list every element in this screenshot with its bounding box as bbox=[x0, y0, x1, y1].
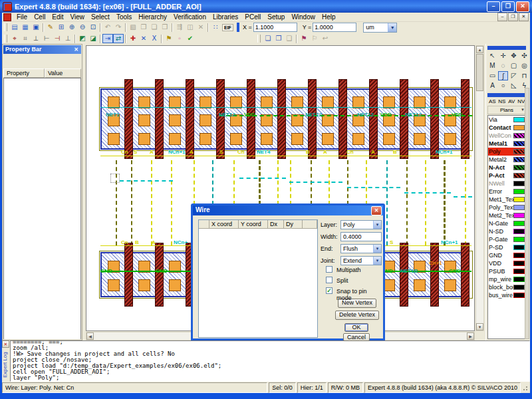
chevron-down-icon[interactable]: ▼ bbox=[373, 257, 381, 265]
chevron-down-icon[interactable]: ▼ bbox=[373, 245, 381, 253]
menu-item-setup[interactable]: Setup bbox=[264, 13, 288, 21]
layer-swatch[interactable] bbox=[513, 197, 525, 202]
property-bar-title[interactable]: Property Bar ✕ bbox=[3, 45, 81, 54]
toolbar-open-icon[interactable]: ▦ bbox=[20, 23, 31, 32]
menu-item-window[interactable]: Window bbox=[288, 13, 319, 21]
toolbar-jump-back-icon[interactable]: ↩ bbox=[320, 34, 331, 43]
tool-move-icon[interactable]: ✥ bbox=[509, 51, 519, 61]
tool-wire-icon[interactable]: ʃ bbox=[498, 71, 508, 80]
toolbar-copy-icon[interactable]: ❐ bbox=[138, 23, 149, 32]
layer-swatch[interactable] bbox=[513, 293, 525, 298]
layer-row-mp_wire[interactable]: mp_wire bbox=[488, 275, 525, 283]
close-icon[interactable]: ✕ bbox=[72, 46, 80, 53]
mode-header-av[interactable]: AV bbox=[507, 98, 517, 104]
chevron-down-icon[interactable]: ▼ bbox=[388, 23, 396, 32]
toolbar-cut-icon[interactable]: ▧ bbox=[128, 23, 138, 32]
menu-item-select[interactable]: Select bbox=[88, 13, 113, 21]
toolbar-redo-icon[interactable]: ↷ bbox=[113, 23, 124, 32]
layer-swatch[interactable] bbox=[513, 229, 525, 234]
layer-row-p-act[interactable]: P-Act bbox=[488, 172, 525, 180]
tool-text-icon[interactable]: A bbox=[487, 81, 497, 90]
cancel-button[interactable]: Cancel bbox=[343, 333, 370, 341]
layer-swatch[interactable] bbox=[513, 277, 525, 282]
toolbar-paste-icon[interactable]: ❏ bbox=[149, 23, 160, 32]
layer-row-block_boundary[interactable]: block_boundary bbox=[488, 283, 525, 291]
checkbox-snap-to-pin-mode[interactable]: ✓ bbox=[326, 287, 332, 294]
layer-swatch[interactable] bbox=[513, 149, 525, 154]
toolbar-grip[interactable] bbox=[257, 35, 261, 43]
layer-swatch[interactable] bbox=[513, 133, 525, 138]
scroll-left-icon[interactable]: ◀ bbox=[86, 332, 94, 340]
layer-row-p-gate[interactable]: P-Gate bbox=[488, 235, 525, 243]
plans-dropdown[interactable]: Plans ▼ bbox=[487, 106, 526, 114]
mode-header-as[interactable]: AS bbox=[487, 98, 497, 104]
layer-row-n-gate[interactable]: N-Gate bbox=[488, 219, 525, 227]
layer-row-wellcon[interactable]: WellCon bbox=[488, 132, 525, 140]
toolbar-report-1-icon[interactable]: ❏ bbox=[263, 34, 273, 43]
layer-select[interactable]: Poly ▼ bbox=[340, 220, 382, 229]
layer-row-poly_text[interactable]: Poly_Text bbox=[488, 203, 525, 211]
end-select[interactable]: Flush ▼ bbox=[340, 244, 382, 253]
toolbar-grip[interactable] bbox=[4, 35, 7, 43]
toolbar-snap-bound-icon[interactable]: ⇥ bbox=[102, 34, 113, 43]
layer-swatch[interactable] bbox=[513, 285, 525, 290]
toolbar-grip[interactable] bbox=[4, 23, 7, 31]
toolbar-via-tool-icon[interactable]: ⊥ bbox=[63, 34, 73, 43]
layer-swatch[interactable] bbox=[513, 253, 525, 258]
toolbar-grid-icon[interactable]: ∷ bbox=[210, 23, 221, 32]
toolbar-net-check-icon[interactable]: ◩ bbox=[77, 34, 88, 43]
toolbar-duplicate-icon[interactable]: ❒ bbox=[160, 23, 170, 32]
chevron-down-icon[interactable]: ▼ bbox=[373, 221, 381, 229]
toolbar-edit-icon[interactable]: ✎ bbox=[45, 23, 56, 32]
layer-row-p-sd[interactable]: P-SD bbox=[488, 243, 525, 251]
layer-row-n-act[interactable]: N-Act bbox=[488, 164, 525, 172]
tool-triangle-icon[interactable]: ◺ bbox=[509, 81, 519, 90]
value-column-header[interactable]: Value bbox=[45, 68, 81, 78]
layer-swatch[interactable] bbox=[513, 189, 525, 194]
layer-row-psub[interactable]: PSUB bbox=[488, 267, 525, 275]
toolbar-stretch-icon[interactable]: Ⅹ bbox=[149, 34, 160, 43]
menu-item-pcell[interactable]: PCell bbox=[241, 13, 264, 21]
tool-mirror-icon[interactable]: M bbox=[487, 61, 497, 70]
layer-swatch[interactable] bbox=[513, 125, 525, 130]
toolbar-region-icon[interactable]: ▫ bbox=[174, 34, 185, 43]
property-column-header[interactable]: Property bbox=[3, 68, 45, 78]
scroll-up-icon[interactable]: ▲ bbox=[476, 46, 483, 53]
layer-swatch[interactable] bbox=[513, 117, 525, 122]
checkbox-multipath[interactable] bbox=[326, 266, 332, 273]
mdi-close-button[interactable]: ✕ bbox=[519, 13, 529, 21]
layer-row-bus_wire[interactable]: bus_wire bbox=[488, 291, 525, 299]
toolbar-handle[interactable] bbox=[487, 46, 526, 50]
toolbar-check-icon[interactable]: ✔ bbox=[185, 34, 196, 43]
close-icon[interactable]: ✕ bbox=[371, 206, 382, 215]
vertex-table[interactable]: X coordY coordDxDy bbox=[198, 219, 318, 338]
wire-dialog-title[interactable]: Wire ✕ bbox=[193, 205, 383, 215]
minimize-button[interactable]: – bbox=[487, 1, 500, 12]
layer-swatch[interactable] bbox=[513, 245, 525, 250]
toolbar-zoom-in-icon[interactable]: ⊕ bbox=[66, 23, 77, 32]
layer-row-poly[interactable]: Poly bbox=[488, 148, 525, 156]
toolbar-marker-off-icon[interactable]: ⚐ bbox=[309, 34, 320, 43]
delete-vertex-button[interactable]: Delete Vertex bbox=[335, 311, 379, 320]
menu-item-help[interactable]: Help bbox=[319, 13, 339, 21]
log-output[interactable]: ========; ===;zoom /all;!W> Save changes… bbox=[10, 340, 530, 382]
ok-button[interactable]: OK bbox=[344, 323, 368, 332]
x-coord-input[interactable]: 1.1000 bbox=[253, 23, 297, 32]
tool-pan-icon[interactable]: ✛ bbox=[498, 51, 508, 61]
layer-row-nwell[interactable]: NWell bbox=[488, 180, 525, 188]
mode-header-ns[interactable]: NS bbox=[497, 98, 507, 104]
toolbar-port-right-icon[interactable]: ⊣ bbox=[52, 34, 63, 43]
toolbar-flag-icon[interactable]: ⚑ bbox=[164, 34, 174, 43]
layer-row-met1_text[interactable]: Met1_Text bbox=[488, 196, 525, 203]
toolbar-pin-icon[interactable]: ⟂ bbox=[31, 34, 41, 43]
layer-row-met2_text[interactable]: Met2_Text bbox=[488, 211, 525, 219]
toolbar-save-icon[interactable]: ▣ bbox=[31, 23, 41, 32]
layer-swatch[interactable] bbox=[513, 261, 525, 266]
width-input[interactable]: 0.4000 bbox=[340, 232, 382, 241]
tool-rotate-icon[interactable]: ✣ bbox=[519, 51, 529, 61]
layer-row-error[interactable]: Error bbox=[488, 188, 525, 196]
layer-swatch[interactable] bbox=[513, 221, 525, 226]
toolbar-merge-icon[interactable]: ◫ bbox=[185, 23, 196, 32]
layer-swatch[interactable] bbox=[513, 157, 525, 162]
toolbar-zoom-window-icon[interactable]: ⊡ bbox=[88, 23, 98, 32]
